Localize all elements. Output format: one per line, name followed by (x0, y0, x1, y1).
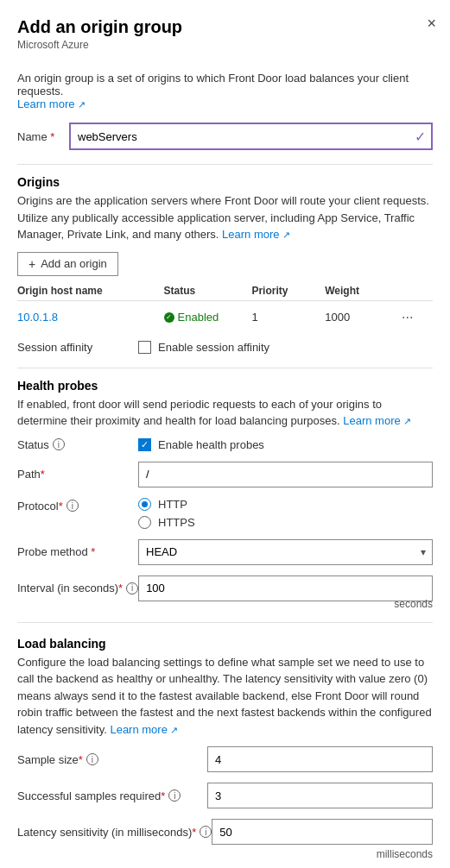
col-status: Status (164, 285, 252, 297)
sample-size-input[interactable] (207, 746, 433, 772)
col-weight: Weight (325, 285, 398, 297)
name-check-icon: ✓ (415, 129, 426, 145)
radio-inner-http (142, 501, 148, 507)
session-affinity-checkbox-label[interactable]: Enable session affinity (138, 341, 269, 354)
lb-learn-more-link[interactable]: Learn more (110, 723, 178, 736)
interval-info-icon: i (126, 582, 138, 594)
probe-method-row: Probe method * HEAD GET ▾ (17, 539, 433, 565)
name-input-wrap: ✓ (69, 123, 433, 150)
col-actions (398, 285, 433, 297)
intro-text: An origin group is a set of origins to w… (17, 72, 409, 97)
origin-host: 10.0.1.8 (17, 311, 164, 324)
col-host: Origin host name (17, 285, 164, 297)
origin-actions: ··· (398, 310, 433, 325)
health-status-info-icon: i (53, 438, 65, 450)
intro-learn-more-link[interactable]: Learn more (17, 97, 86, 110)
plus-icon: + (29, 257, 35, 271)
enable-health-probes-checkbox[interactable]: ✓ (138, 438, 151, 451)
name-label: Name * (17, 130, 69, 143)
origin-host-link[interactable]: 10.0.1.8 (17, 311, 58, 324)
divider-lb (17, 622, 433, 623)
close-button[interactable]: × (427, 16, 436, 31)
panel-body: An origin group is a set of origins to w… (0, 61, 450, 868)
protocol-https-text: HTTPS (158, 516, 195, 529)
interval-input[interactable] (138, 576, 433, 601)
latency-unit: milliseconds (17, 848, 433, 860)
latency-row: Latency sensitivity (in milliseconds) * … (17, 819, 433, 845)
protocol-required-star: * (59, 500, 63, 513)
name-row: Name * ✓ (17, 123, 433, 150)
panel: Add an origin group Microsoft Azure × An… (0, 0, 450, 868)
latency-input[interactable] (212, 819, 433, 845)
health-status-label: Status i (17, 438, 138, 451)
protocol-radio-group: HTTP HTTPS (138, 498, 195, 529)
name-input[interactable] (69, 123, 433, 150)
protocol-http-label[interactable]: HTTP (138, 498, 195, 511)
lb-title: Load balancing (17, 637, 433, 651)
origin-priority: 1 (251, 311, 325, 324)
name-required-star: * (50, 130, 54, 143)
session-affinity-row: Session affinity Enable session affinity (17, 341, 433, 354)
successful-samples-input[interactable] (207, 783, 433, 808)
path-label: Path * (17, 468, 138, 481)
successful-samples-label: Successful samples required * i (17, 789, 207, 802)
path-required-star: * (41, 468, 45, 481)
session-affinity-checkbox-text: Enable session affinity (158, 341, 269, 354)
successful-samples-required-star: * (161, 789, 165, 802)
session-affinity-checkbox[interactable] (138, 341, 151, 354)
probe-method-required-star: * (91, 545, 95, 558)
probe-method-select-wrap: HEAD GET ▾ (138, 539, 433, 565)
path-input[interactable] (138, 462, 433, 487)
enable-health-probes-text: Enable health probes (158, 438, 264, 451)
sample-size-row: Sample size * i (17, 746, 433, 772)
health-probes-desc: If enabled, front door will send periodi… (17, 396, 433, 430)
sample-size-required-star: * (79, 753, 83, 766)
panel-subtitle: Microsoft Azure (17, 39, 433, 51)
divider-origins (17, 164, 433, 165)
add-origin-button[interactable]: + Add an origin (17, 252, 118, 276)
probe-method-label: Probe method * (17, 545, 138, 558)
protocol-https-radio[interactable] (138, 516, 151, 529)
col-priority: Priority (251, 285, 325, 297)
sample-size-label: Sample size * i (17, 753, 207, 766)
divider-health (17, 368, 433, 368)
status-enabled: Enabled (164, 311, 252, 324)
status-dot-icon (164, 312, 174, 323)
table-row: 10.0.1.8 Enabled 1 1000 ··· (17, 305, 433, 330)
protocol-https-label[interactable]: HTTPS (138, 516, 195, 529)
health-probes-section: Health probes If enabled, front door wil… (17, 379, 433, 610)
origins-desc: Origins are the application servers wher… (17, 192, 433, 243)
latency-required-star: * (192, 826, 196, 839)
origin-status: Enabled (164, 311, 252, 324)
probe-method-select[interactable]: HEAD GET (138, 539, 433, 565)
origin-more-button[interactable]: ··· (398, 310, 416, 325)
panel-header: Add an origin group Microsoft Azure × (0, 0, 450, 61)
lb-desc: Configure the load balancing settings to… (17, 654, 433, 739)
protocol-http-radio[interactable] (138, 498, 151, 511)
load-balancing-section: Load balancing Configure the load balanc… (17, 637, 433, 861)
protocol-http-text: HTTP (158, 498, 187, 511)
path-row: Path * (17, 462, 433, 487)
successful-samples-info-icon: i (168, 789, 181, 802)
add-origin-label: Add an origin (41, 257, 107, 270)
health-probes-title: Health probes (17, 379, 433, 393)
protocol-label: Protocol * i (17, 498, 138, 513)
sample-size-info-icon: i (86, 753, 98, 765)
health-probes-learn-more-link[interactable]: Learn more (343, 414, 411, 427)
intro-section: An origin group is a set of origins to w… (17, 72, 433, 110)
health-status-row: Status i ✓ Enable health probes (17, 438, 433, 451)
origins-learn-more-link[interactable]: Learn more (222, 228, 290, 241)
origins-table-header: Origin host name Status Priority Weight (17, 285, 433, 301)
origins-title: Origins (17, 175, 433, 189)
protocol-row: Protocol * i HTTP HTTPS (17, 498, 433, 529)
enable-health-probes-label[interactable]: ✓ Enable health probes (138, 438, 264, 451)
origin-weight: 1000 (325, 311, 398, 324)
panel-title: Add an origin group (17, 17, 433, 37)
protocol-info-icon: i (67, 500, 79, 512)
latency-label: Latency sensitivity (in milliseconds) * … (17, 826, 212, 839)
latency-info-icon: i (200, 826, 212, 838)
session-affinity-label: Session affinity (17, 341, 138, 354)
interval-required-star: * (118, 582, 123, 594)
interval-label: Interval (in seconds) * i (17, 582, 138, 594)
successful-samples-row: Successful samples required * i (17, 783, 433, 808)
